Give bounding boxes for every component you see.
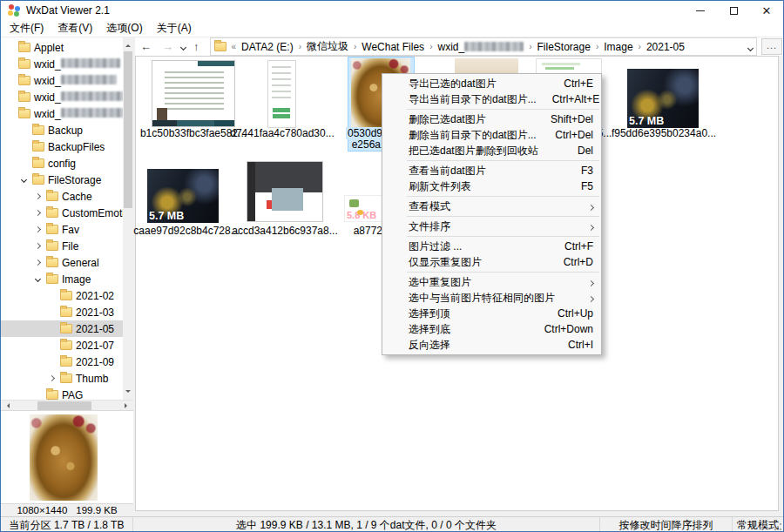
maximize-button[interactable] <box>717 1 750 20</box>
chevron-right-icon[interactable] <box>32 244 43 248</box>
preview-image <box>30 414 98 501</box>
menu-item-shortcut: Ctrl+E <box>564 77 593 90</box>
tree-vertical-scrollbar[interactable] <box>123 37 133 400</box>
context-menu-item-4[interactable]: 把已选dat图片删除到回收站Del <box>382 143 601 158</box>
tree-item-wxid_[interactable]: wxid_ <box>1 72 123 89</box>
tree-item-config[interactable]: config <box>1 155 123 172</box>
context-menu-item-3[interactable]: 删除当前目录下的dat图片...Ctrl+Del <box>382 127 601 143</box>
breadcrumb-item[interactable]: FileStorage <box>537 41 591 53</box>
menubar-item-1[interactable]: 查看(V) <box>51 19 99 37</box>
context-menu-item-9[interactable]: 图片过滤 ...Ctrl+F <box>382 239 601 254</box>
address-bar[interactable]: « DATA2 (E:)›微信垃圾›WeChat Files›wxid_›Fil… <box>210 37 758 56</box>
context-menu-item-13[interactable]: 选择到顶Ctrl+Up <box>382 306 601 321</box>
context-menu-item-8[interactable]: 文件排序 <box>382 219 601 234</box>
context-menu-item-10[interactable]: 仅显示重复图片Ctrl+D <box>382 254 601 270</box>
night-photo-thumbnail[interactable]: 5.7 MB <box>627 69 699 128</box>
night-photo-thumbnail[interactable]: 5.7 MB <box>147 169 219 223</box>
folder-tree: Appletwxid_wxid_wxid_wxid_BackupBackupFi… <box>1 37 123 400</box>
history-dropdown[interactable] <box>179 43 188 51</box>
menubar-item-3[interactable]: 关于(A) <box>150 19 199 37</box>
tree-item-label: PAG <box>62 389 83 401</box>
context-menu-item-2[interactable]: 删除已选dat图片Shift+Del <box>382 111 601 127</box>
chevron-right-icon[interactable] <box>32 211 43 215</box>
menubar-item-2[interactable]: 选项(O) <box>99 19 149 37</box>
menu-separator <box>407 196 599 197</box>
chevron-right-icon[interactable] <box>32 260 43 265</box>
tree-item-general[interactable]: General <box>1 254 123 271</box>
file-size-overlay: 5.8 KB <box>347 210 376 220</box>
folder-icon <box>60 324 72 333</box>
context-menu-item-11[interactable]: 选中重复图片 <box>382 274 601 290</box>
tree-item-2021-09[interactable]: 2021-09 <box>1 354 123 370</box>
address-dropdown[interactable] <box>748 41 753 53</box>
chevron-right-icon[interactable] <box>46 376 57 380</box>
back-button[interactable]: ← <box>135 40 157 53</box>
breadcrumb-item[interactable]: 微信垃圾 <box>307 39 348 54</box>
chevron-down-icon[interactable] <box>18 178 29 182</box>
context-menu-item-6[interactable]: 刷新文件列表F5 <box>382 178 601 194</box>
folder-icon <box>46 390 58 400</box>
resize-grip-icon[interactable] <box>774 522 782 531</box>
chevron-right-icon[interactable] <box>32 194 43 199</box>
tree-item-2021-03[interactable]: 2021-03 <box>1 304 123 320</box>
minimize-button[interactable] <box>684 1 717 20</box>
context-menu-item-5[interactable]: 查看当前dat图片F3 <box>382 163 601 178</box>
menu-item-shortcut: Ctrl+F <box>564 240 593 253</box>
folder-icon <box>214 42 226 51</box>
up-button[interactable]: ↑ <box>188 40 205 53</box>
tree-item-thumb[interactable]: Thumb <box>1 370 123 387</box>
context-menu-item-0[interactable]: 导出已选的dat图片Ctrl+E <box>382 76 601 91</box>
folder-icon <box>32 125 44 135</box>
tree-item-wxid_[interactable]: wxid_ <box>1 105 123 122</box>
tree-item-2021-05[interactable]: 2021-05 <box>1 320 123 337</box>
context-menu-item-12[interactable]: 选中与当前图片特征相同的图片 <box>382 290 601 306</box>
scrollbar-thumb[interactable] <box>124 51 132 208</box>
tree-item-applet[interactable]: Applet <box>1 39 123 56</box>
tree-item-label: wxid_ <box>34 91 123 104</box>
chevron-right-icon[interactable] <box>32 227 43 232</box>
tree-item-backupfiles[interactable]: BackupFiles <box>1 138 123 155</box>
breadcrumb-item[interactable]: DATA2 (E:) <box>241 41 294 53</box>
chat-screenshot-thumbnail[interactable] <box>152 60 235 127</box>
tree-item-wxid_[interactable]: wxid_ <box>1 56 123 72</box>
chevron-down-icon[interactable] <box>32 277 43 281</box>
tree-item-2021-07[interactable]: 2021-07 <box>1 337 123 354</box>
tree-item-label: Fav <box>62 224 79 236</box>
tree-item-pag[interactable]: PAG <box>1 387 123 400</box>
menubar-item-0[interactable]: 文件(F) <box>3 19 51 37</box>
desktop-screenshot-thumbnail[interactable] <box>247 161 323 222</box>
context-menu-item-14[interactable]: 选择到底Ctrl+Down <box>382 321 601 337</box>
breadcrumb-item[interactable]: wxid_ <box>437 41 524 53</box>
breadcrumb-separator-icon: › <box>591 42 604 51</box>
tree-item-filestorage[interactable]: FileStorage <box>1 172 123 188</box>
tree-item-wxid_[interactable]: wxid_ <box>1 89 123 105</box>
folder-icon <box>18 76 30 85</box>
tree-item-customemotion[interactable]: CustomEmotion <box>1 205 123 221</box>
tree-item-backup[interactable]: Backup <box>1 122 123 138</box>
breadcrumb-item[interactable]: WeChat Files <box>362 41 424 53</box>
tree-item-fav[interactable]: Fav <box>1 221 123 238</box>
scrollbar-thumb[interactable] <box>37 401 91 410</box>
tree-horizontal-scrollbar[interactable] <box>1 400 133 410</box>
menu-item-label: 仅显示重复图片 <box>409 255 548 270</box>
context-menu-item-15[interactable]: 反向选择Ctrl+I <box>382 337 601 353</box>
chevron-glyph <box>588 225 594 231</box>
close-button[interactable]: ✕ <box>750 1 783 20</box>
breadcrumb-item[interactable]: 2021-05 <box>646 41 685 53</box>
tree-item-file[interactable]: File <box>1 238 123 254</box>
context-menu-item-1[interactable]: 导出当前目录下的dat图片...Ctrl+Alt+E <box>382 91 601 107</box>
tall-screenshot-thumbnail[interactable] <box>267 60 296 128</box>
menu-item-label: 图片过滤 ... <box>409 239 549 254</box>
breadcrumb-item[interactable]: Image <box>604 41 632 53</box>
scroll-up-icon <box>125 42 131 47</box>
tree-item-cache[interactable]: Cache <box>1 188 123 205</box>
more-button[interactable]: ... <box>761 38 782 55</box>
context-menu-item-7[interactable]: 查看模式 <box>382 199 601 214</box>
folder-icon <box>60 340 72 350</box>
chevron-glyph <box>34 243 40 249</box>
breadcrumb-overflow[interactable]: « <box>226 42 242 51</box>
tree-item-2021-02[interactable]: 2021-02 <box>1 287 123 304</box>
forward-button[interactable]: → <box>157 40 179 53</box>
tree-item-image[interactable]: Image <box>1 271 123 287</box>
folder-icon <box>60 357 72 367</box>
